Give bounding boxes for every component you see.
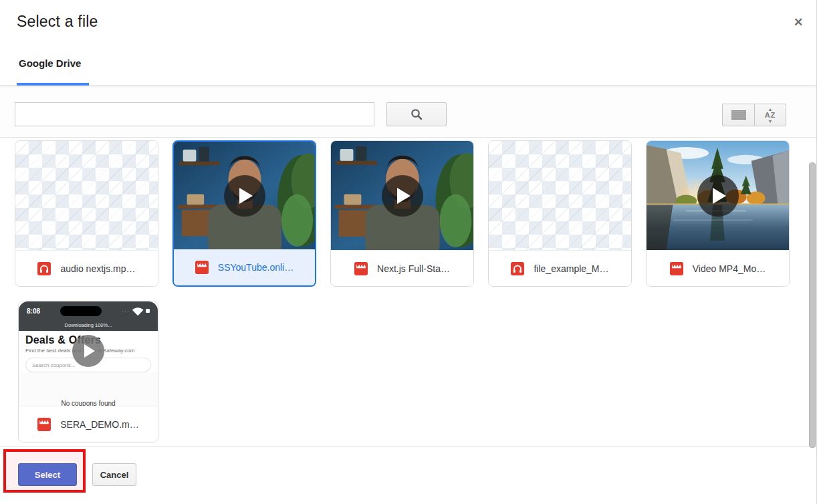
file-card-footer: Video MP4_Mo… <box>647 250 789 286</box>
file-name: audio nextjs.mp… <box>60 263 135 274</box>
file-card-ssyoutube-selected[interactable]: SSYouTube.onli… <box>172 140 316 287</box>
file-card-sera-demo[interactable]: 8:08 ··· Downloading 100%... Deals & Off… <box>18 301 158 443</box>
file-card-footer: audio nextjs.mp… <box>15 250 158 286</box>
download-progress-text: Downloading 100%... <box>19 321 158 331</box>
file-name: file_example_M… <box>534 263 608 274</box>
wifi-icon <box>132 307 144 316</box>
file-card-audio-nextjs[interactable]: audio nextjs.mp… <box>15 140 158 287</box>
close-icon[interactable]: ✕ <box>790 15 806 31</box>
file-card-footer: Next.js Full-Sta… <box>331 250 473 286</box>
play-icon <box>224 175 265 217</box>
video-file-icon <box>37 418 51 431</box>
video-file-icon <box>195 261 209 274</box>
transparent-checkerboard-thumbnail <box>489 141 631 250</box>
view-toggle-group: ▲AZ▼ <box>722 104 786 126</box>
tab-google-drive[interactable]: Google Drive <box>19 57 81 69</box>
battery-icon <box>146 309 150 313</box>
phone-status-bar: 8:08 ··· <box>19 301 158 321</box>
file-name: Next.js Full-Sta… <box>377 263 450 274</box>
sort-az-icon: ▲AZ▼ <box>765 107 776 124</box>
phone-empty-state: No coupons found <box>19 400 158 406</box>
file-card-footer: SSYouTube.onli… <box>174 249 315 285</box>
file-name: Video MP4_Mo… <box>693 263 766 274</box>
dialog-footer: Select Cancel <box>0 447 816 504</box>
file-grid-row-2: 8:08 ··· Downloading 100%... Deals & Off… <box>18 301 816 443</box>
video-file-icon <box>354 262 368 275</box>
audio-file-icon <box>37 262 51 275</box>
file-card-footer: file_example_M… <box>489 250 631 286</box>
search-button[interactable] <box>386 102 447 126</box>
phone-signal-icons: ··· <box>122 307 150 316</box>
sort-az-button[interactable]: ▲AZ▼ <box>754 104 786 126</box>
search-input[interactable] <box>15 102 374 126</box>
page-title: Select a file <box>17 13 98 31</box>
file-grid-row-1: audio nextjs.mp… <box>15 140 816 287</box>
play-icon <box>72 335 104 367</box>
audio-file-icon <box>511 262 524 275</box>
file-name: SSYouTube.onli… <box>218 262 294 273</box>
file-card-footer: SERA_DEMO.m… <box>19 406 158 442</box>
presenter-video-thumbnail <box>331 141 473 250</box>
phone-dynamic-island <box>60 306 102 316</box>
active-tab-underline <box>17 83 89 86</box>
play-icon <box>382 175 423 217</box>
video-file-icon <box>670 262 683 275</box>
file-card-video-mp4[interactable]: Video MP4_Mo… <box>646 140 790 287</box>
file-grid: audio nextjs.mp… <box>0 138 816 447</box>
file-name: SERA_DEMO.m… <box>60 419 138 430</box>
magnifier-icon <box>410 108 423 121</box>
phone-screen-recording-thumbnail: 8:08 ··· Downloading 100%... Deals & Off… <box>19 301 158 406</box>
file-picker-dialog: Select a file ✕ Google Drive ▲AZ▼ <box>0 0 817 504</box>
play-icon <box>697 175 739 217</box>
file-card-nextjs-fullstack[interactable]: Next.js Full-Sta… <box>330 140 474 287</box>
cancel-button[interactable]: Cancel <box>92 463 136 486</box>
phone-time: 8:08 <box>27 307 40 315</box>
search-toolbar: ▲AZ▼ <box>0 86 816 138</box>
dialog-header: Select a file ✕ Google Drive <box>0 0 816 86</box>
list-view-icon <box>731 110 746 120</box>
phone-app-body: No coupons found <box>19 372 158 406</box>
file-card-file-example[interactable]: file_example_M… <box>488 140 632 287</box>
presenter-video-thumbnail <box>174 142 315 249</box>
transparent-checkerboard-thumbnail <box>15 141 158 250</box>
yosemite-landscape-thumbnail <box>647 141 789 250</box>
list-view-button[interactable] <box>722 104 754 126</box>
select-button[interactable]: Select <box>18 463 77 486</box>
vertical-scrollbar[interactable] <box>809 162 816 448</box>
